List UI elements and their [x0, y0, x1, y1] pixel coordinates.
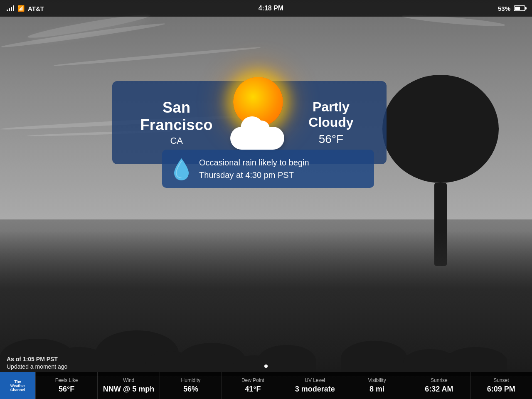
stat-value: 8 mi	[369, 385, 384, 394]
stat-value: 3 moderate	[295, 385, 335, 394]
stat-label: Sunrise	[431, 377, 448, 383]
battery-fill	[515, 7, 520, 10]
stat-label: Dew Point	[241, 377, 264, 383]
battery-percentage: 53%	[498, 5, 510, 12]
location-section: San Francisco CA	[129, 99, 224, 146]
rain-alert-line1: Occasional rain likely to begin	[199, 156, 309, 169]
logo-text-channel: Channel	[10, 388, 25, 392]
status-bar: 📶 AT&T 4:18 PM 53%	[0, 0, 532, 17]
condition-section: Partly Cloudy 56°F	[292, 99, 370, 146]
carrier-name: AT&T	[28, 5, 44, 12]
stat-value: 6:09 PM	[487, 385, 515, 394]
stat-item-sunset: Sunset 6:09 PM	[470, 372, 532, 399]
status-left: 📶 AT&T	[7, 5, 44, 12]
update-status: Updated a moment ago	[7, 363, 67, 370]
city-name: San Francisco	[129, 99, 224, 134]
weather-channel-logo: The Weather Channel	[0, 372, 35, 399]
stat-item-visibility: Visibility 8 mi	[346, 372, 408, 399]
weather-icon-container	[224, 89, 292, 156]
stat-label: UV Level	[305, 377, 325, 383]
battery-icon	[514, 5, 525, 11]
stat-item-humidity: Humidity 56%	[160, 372, 222, 399]
update-info: As of 1:05 PM PST Updated a moment ago	[7, 356, 67, 370]
status-right: 53%	[498, 5, 525, 12]
stat-item-wind: Wind NNW @ 5 mph	[97, 372, 159, 399]
temperature: 56°F	[292, 133, 370, 146]
stats-container: Feels Like 56°F Wind NNW @ 5 mph Humidit…	[35, 372, 532, 399]
cloud-icon	[230, 127, 284, 150]
logo-text-weather: Weather	[10, 384, 25, 388]
stat-value: NNW @ 5 mph	[103, 385, 155, 394]
stat-item-uv-level: UV Level 3 moderate	[284, 372, 346, 399]
logo-text-the: The	[14, 379, 21, 384]
stat-item-feels-like: Feels Like 56°F	[35, 372, 97, 399]
state-name: CA	[129, 135, 224, 146]
stat-item-sunrise: Sunrise 6:32 AM	[408, 372, 470, 399]
update-time: As of 1:05 PM PST	[7, 356, 67, 362]
rain-alert-line2: Thursday at 4:30 pm PST	[199, 169, 309, 181]
stat-item-dew-point: Dew Point 41°F	[222, 372, 283, 399]
wifi-icon: 📶	[17, 5, 25, 12]
raindrop-icon	[172, 156, 191, 181]
rain-alert: Occasional rain likely to begin Thursday…	[162, 150, 374, 188]
condition-text: Partly Cloudy	[292, 99, 370, 130]
cloud-main	[230, 127, 284, 150]
stat-value: 6:32 AM	[425, 385, 453, 394]
stat-label: Humidity	[181, 377, 201, 383]
stat-label: Sunset	[493, 377, 509, 383]
bottom-bar: The Weather Channel Feels Like 56°F Wind…	[0, 372, 532, 399]
page-indicator-dot	[264, 365, 268, 368]
stat-label: Wind	[123, 377, 134, 383]
stat-label: Visibility	[368, 377, 386, 383]
status-time: 4:18 PM	[259, 5, 283, 12]
signal-bars-icon	[7, 5, 14, 11]
stat-value: 56°F	[59, 385, 74, 394]
stat-value: 41°F	[245, 385, 261, 394]
stat-label: Feels Like	[55, 377, 78, 383]
cloud-streak-4	[54, 46, 261, 67]
rain-alert-text: Occasional rain likely to begin Thursday…	[199, 156, 309, 181]
stat-value: 56%	[183, 385, 198, 394]
tree-canopy	[382, 75, 499, 183]
